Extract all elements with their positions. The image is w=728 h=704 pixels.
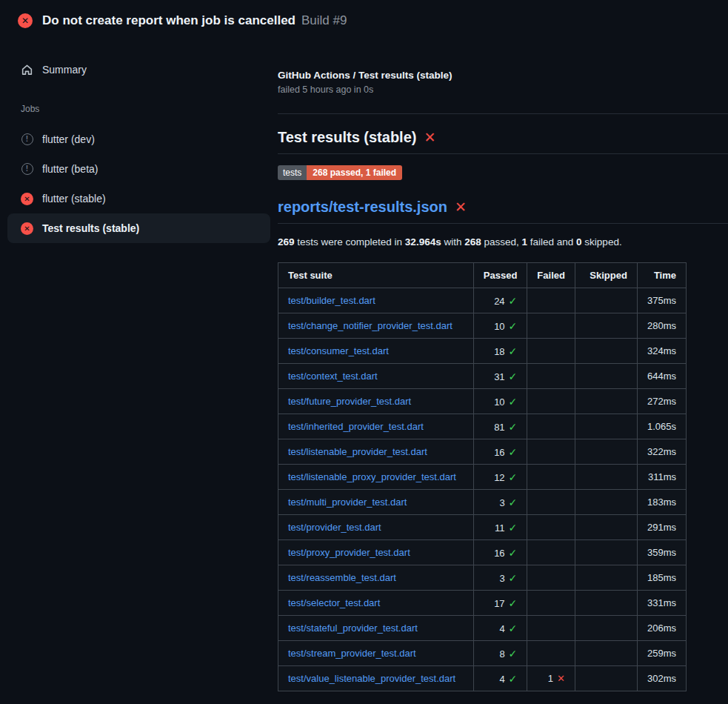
table-row: test/provider_test.dart11✓291ms [278,515,687,540]
table-row: test/selector_test.dart17✓331ms [278,591,687,616]
sidebar-item-label: Summary [42,64,87,76]
table-row: test/future_provider_test.dart10✓272ms [278,389,687,414]
passed-count: 11 [495,522,505,534]
passed-count: 17 [494,598,504,609]
failed-cell [527,641,575,666]
jobs-list: !flutter (dev)!flutter (beta)✕flutter (s… [0,124,278,243]
neutral-status-icon: ! [21,163,33,175]
suite-link[interactable]: test/listenable_proxy_provider_test.dart [288,471,456,482]
table-row: test/listenable_provider_test.dart16✓322… [278,439,687,465]
passed-cell: 4✓ [473,616,527,641]
passed-count: 10 [494,396,504,408]
failed-cell [527,515,575,540]
sidebar-job-item[interactable]: !flutter (dev) [7,124,270,154]
skipped-cell [575,540,637,565]
passed-count: 18 [494,346,504,357]
time-cell: 322ms [637,439,686,465]
check-icon: ✓ [509,421,518,433]
failed-cell [527,313,575,339]
suite-cell: test/stateful_provider_test.dart [278,616,474,641]
suite-link[interactable]: test/multi_provider_test.dart [288,497,407,508]
check-icon: ✓ [509,471,518,483]
check-icon: ✓ [509,295,518,307]
passed-count: 3 [499,497,504,508]
suite-link[interactable]: test/future_provider_test.dart [288,396,411,407]
passed-count: 10 [494,321,504,332]
suite-cell: test/provider_test.dart [278,515,474,540]
time-cell: 324ms [637,339,686,364]
summary-segment: with [441,236,465,248]
suite-link[interactable]: test/listenable_provider_test.dart [288,446,427,457]
failed-cell [527,389,575,414]
suite-link[interactable]: test/change_notifier_provider_test.dart [288,320,453,331]
passed-cell: 18✓ [473,339,527,364]
table-row: test/context_test.dart31✓644ms [278,364,687,389]
suite-link[interactable]: test/stateful_provider_test.dart [288,622,418,634]
suite-cell: test/selector_test.dart [278,591,474,616]
suite-link[interactable]: test/context_test.dart [288,371,378,382]
neutral-status-icon: ! [21,133,33,145]
report-file-link[interactable]: reports/test-results.json [278,199,447,216]
badge-label: tests [278,165,307,180]
col-header-failed: Failed [527,263,575,288]
passed-cell: 24✓ [473,288,527,313]
suite-link[interactable]: test/value_listenable_provider_test.dart [288,673,455,684]
table-row: test/consumer_test.dart18✓324ms [278,339,687,364]
skipped-cell [575,666,637,691]
suite-link[interactable]: test/proxy_provider_test.dart [288,547,410,558]
summary-sentence: 269 tests were completed in 32.964s with… [278,236,728,248]
suite-link[interactable]: test/reassemble_test.dart [288,572,396,583]
summary-segment: 32.964s [405,236,441,248]
sidebar-item-label: flutter (beta) [42,163,98,175]
skipped-cell [575,641,637,666]
failed-cell: 1✕ [527,666,575,691]
time-cell: 185ms [637,565,686,591]
suite-cell: test/context_test.dart [278,364,474,389]
suite-cell: test/change_notifier_provider_test.dart [278,313,474,339]
check-icon: ✓ [509,446,518,458]
passed-cell: 3✓ [473,490,527,515]
suite-link[interactable]: test/inherited_provider_test.dart [288,421,424,432]
summary-segment: 269 [278,236,295,248]
suite-cell: test/listenable_provider_test.dart [278,439,474,465]
sidebar-job-item[interactable]: ✕flutter (stable) [7,184,270,213]
table-row: test/inherited_provider_test.dart81✓1.06… [278,414,687,439]
passed-count: 31 [494,371,504,382]
time-cell: 302ms [637,666,686,691]
sidebar: Summary Jobs !flutter (dev)!flutter (bet… [0,41,278,243]
check-icon: ✓ [509,371,518,382]
failed-cell [527,364,575,389]
suite-link[interactable]: test/provider_test.dart [288,522,381,533]
passed-cell: 17✓ [473,591,527,616]
time-cell: 1.065s [637,414,686,439]
table-row: test/builder_test.dart24✓375ms [278,288,687,313]
suite-link[interactable]: test/builder_test.dart [288,295,375,306]
suite-cell: test/multi_provider_test.dart [278,490,474,515]
sidebar-job-item[interactable]: !flutter (beta) [7,154,270,184]
passed-cell: 12✓ [473,465,527,490]
skipped-cell [575,616,637,641]
suite-cell: test/stream_provider_test.dart [278,641,474,666]
suite-cell: test/consumer_test.dart [278,339,474,364]
passed-cell: 16✓ [473,439,527,465]
suite-link[interactable]: test/consumer_test.dart [288,345,389,356]
failed-status-icon: ✕ [18,13,33,28]
summary-segment: skipped. [582,236,622,248]
build-number: Build #9 [301,13,347,28]
time-cell: 644ms [637,364,686,389]
time-cell: 291ms [637,515,686,540]
time-cell: 375ms [637,288,686,313]
sidebar-item-summary[interactable]: Summary [7,55,270,84]
check-icon: ✓ [509,547,518,559]
suite-cell: test/reassemble_test.dart [278,565,474,591]
passed-cell: 10✓ [473,313,527,339]
summary-segment: 1 [522,236,528,248]
sidebar-job-item[interactable]: ✕Test results (stable) [7,213,270,243]
suite-link[interactable]: test/selector_test.dart [288,597,380,608]
suite-cell: test/builder_test.dart [278,288,474,313]
test-results-table: Test suite Passed Failed Skipped Time te… [278,262,687,691]
suite-link[interactable]: test/stream_provider_test.dart [288,648,416,659]
sidebar-item-label: flutter (stable) [42,193,106,205]
passed-cell: 16✓ [473,540,527,565]
failed-x-icon: ✕ [455,200,467,214]
